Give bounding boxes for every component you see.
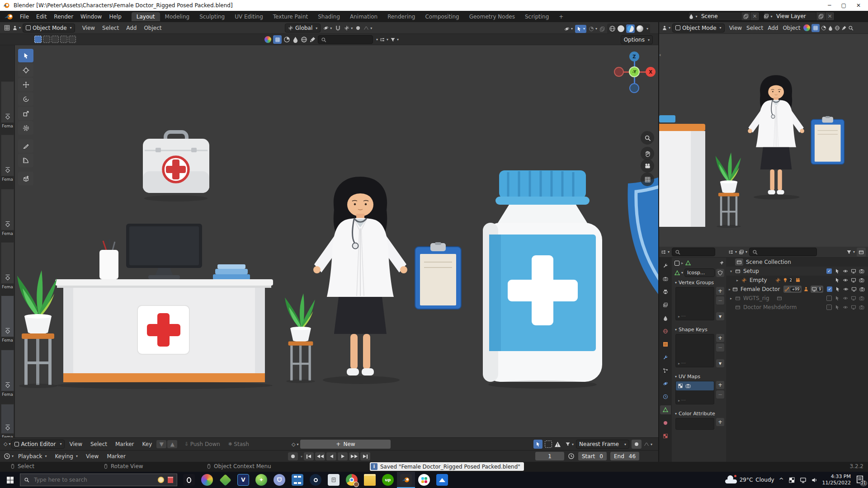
asset-item[interactable]: Fema (1, 242, 14, 289)
hide-eye-icon[interactable] (843, 296, 848, 301)
show-overlays-icon[interactable]: ▾ (575, 25, 586, 33)
editor-type-icon[interactable] (4, 24, 10, 31)
checkbox-icon[interactable] (826, 305, 832, 310)
tab-scene[interactable] (660, 314, 671, 323)
prev-keyframe-button[interactable] (315, 452, 325, 460)
female-doctor-character[interactable] (313, 177, 407, 384)
breadcrumb-object-icon[interactable] (675, 261, 679, 266)
play-reverse-button[interactable] (326, 452, 336, 460)
tab-scripting[interactable]: Scripting (520, 12, 554, 21)
viewport-disable-icon[interactable] (851, 296, 856, 301)
shield-icon[interactable] (716, 269, 724, 277)
viewport2-3d[interactable]: ‹ (659, 34, 868, 247)
viewport2-menu-object[interactable]: Object (780, 25, 802, 31)
remove-shape-key-button[interactable]: − (716, 343, 724, 352)
dope-sheet-editor-icon[interactable]: ◇▾ (4, 441, 10, 447)
outliner-row-doctor-meshdeform[interactable]: Doctor Meshdeform (726, 303, 868, 312)
reception-desk-2[interactable] (659, 115, 705, 227)
asset-item[interactable]: Fema (1, 404, 14, 437)
select-mode-invert-icon[interactable] (60, 36, 67, 43)
region-collapse-icon[interactable]: ‹ (659, 52, 661, 58)
uv-map-item[interactable] (676, 381, 714, 390)
add-vertex-group-button[interactable]: + (716, 287, 724, 295)
toggle-perspective-button[interactable] (641, 173, 654, 186)
brush-icon[interactable] (841, 25, 847, 31)
render-disable-icon[interactable] (859, 286, 865, 292)
reception-desk[interactable] (55, 224, 273, 389)
show-gizmo-icon[interactable]: ▾ (564, 26, 573, 32)
outliner-row-scene-collection[interactable]: Scene Collection (726, 258, 868, 267)
easing-curve-icon[interactable]: ▾ (644, 441, 652, 447)
app-upwork[interactable]: up (379, 472, 397, 488)
dope-menu-key[interactable]: Key (138, 441, 156, 447)
cursor-tool[interactable] (18, 63, 33, 77)
female-doctor-character-2[interactable] (748, 75, 804, 199)
breadcrumb-data-icon[interactable] (685, 260, 691, 266)
scene-icon[interactable]: ▾ (689, 12, 698, 21)
globe-icon[interactable] (301, 36, 307, 43)
asset-item[interactable]: Fema (1, 81, 14, 128)
menu-window[interactable]: Window (77, 14, 105, 20)
tab-physics[interactable] (660, 379, 671, 388)
only-selected-icon[interactable] (533, 440, 542, 449)
minimize-button[interactable]: ─ (828, 2, 831, 9)
errors-warning-icon[interactable] (554, 441, 561, 448)
orientation-dropdown[interactable]: Global▾ (285, 23, 321, 33)
snap-with-icon[interactable]: ▾ (344, 25, 353, 31)
action-datablock-icon[interactable]: ◇▾ (292, 441, 298, 447)
viewport-menu-add[interactable]: Add (123, 25, 140, 31)
mesh-screen-icon[interactable]: 9 (811, 286, 823, 293)
properties-search-input[interactable] (672, 248, 715, 256)
app-green-swirl[interactable]: ✦ (252, 472, 270, 488)
pan-hand-button[interactable] (641, 147, 654, 160)
asset-thumbnail[interactable] (1, 350, 14, 391)
taskbar-search[interactable] (20, 474, 177, 486)
outliner-row-wgts-rig[interactable]: ▸ WGTS_rig (726, 294, 868, 303)
tray-expand-icon[interactable]: ^ (779, 477, 784, 483)
asset-thumbnail[interactable] (1, 404, 14, 434)
outliner-row-empty[interactable]: ▸ Empty 2 (726, 276, 868, 285)
selectable-icon[interactable] (835, 286, 840, 292)
filter-icon[interactable]: ▾ (390, 37, 399, 42)
character-icon[interactable] (803, 286, 809, 292)
copy-scene-icon[interactable] (741, 12, 750, 21)
next-keyframe-button[interactable] (349, 452, 359, 460)
view-layer-icon[interactable]: ▾ (764, 12, 773, 21)
navigation-gizmo[interactable]: Z X -Y (614, 52, 656, 93)
vertex-groups-list[interactable]: ▸ ···· (675, 287, 714, 320)
light-icon[interactable]: 2 (783, 277, 793, 283)
hide-eye-icon[interactable] (843, 305, 848, 310)
search-icon[interactable] (848, 25, 854, 31)
app-webcam[interactable] (180, 472, 198, 488)
clock[interactable]: 4:33 PM 11/25/2022 (822, 474, 851, 486)
scene-selector[interactable]: ▾ Scene ✕ (688, 12, 760, 21)
viewport2-menu-add[interactable]: Add (765, 25, 780, 31)
gift-icon[interactable] (168, 477, 173, 483)
app-v-editor[interactable]: V (234, 472, 252, 488)
current-frame-field[interactable]: 1 (535, 452, 564, 460)
pie-icon[interactable] (821, 25, 826, 31)
select-mode-intersect-icon[interactable] (69, 36, 76, 43)
asset-thumbnail[interactable] (1, 81, 14, 123)
drop-icon[interactable] (828, 25, 833, 31)
tab-output[interactable] (660, 287, 671, 296)
checkbox-icon[interactable] (826, 296, 832, 301)
new-action-button[interactable]: +New (300, 440, 391, 449)
toolbar-search-input[interactable] (318, 35, 373, 44)
tab-rendering[interactable]: Rendering (382, 12, 420, 21)
tab-modifiers[interactable] (660, 353, 671, 362)
brush-icon[interactable] (309, 36, 316, 43)
display-mode-icon[interactable]: ▾ (380, 37, 388, 42)
plant-2[interactable] (716, 152, 741, 228)
outliner-filter-icon[interactable]: ▾ (846, 249, 855, 255)
xray-icon[interactable] (599, 26, 605, 32)
asset-thumbnail[interactable] (1, 296, 14, 337)
tray-network-icon[interactable] (800, 477, 807, 483)
select-mode-extend-icon[interactable] (43, 36, 50, 43)
options-dropdown[interactable]: Options▾ (621, 35, 653, 44)
dope-filter-icon[interactable]: ▾ (565, 441, 574, 447)
app-discord[interactable]: ᗜ (270, 472, 288, 488)
vertex-group-specials-icon[interactable]: ▾ (716, 312, 724, 320)
viewport2-menu-select[interactable]: Select (744, 25, 765, 31)
asset-item[interactable]: Fema (1, 296, 14, 343)
